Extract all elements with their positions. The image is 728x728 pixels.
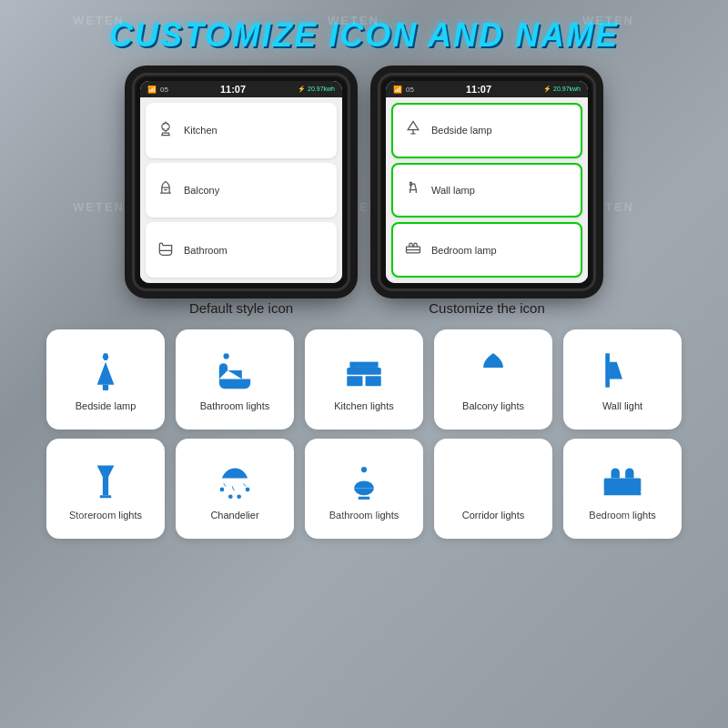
bedroom-lamp-button[interactable]: Bedroom lamp — [391, 222, 582, 278]
card-chandelier[interactable]: Chandelier — [176, 439, 294, 539]
bedroom-lights-card-label: Bedroom lights — [589, 510, 655, 521]
right-panel-wrapper: 📶 05 11:07 ⚡ 20.97kwh — [378, 73, 596, 316]
svg-rect-10 — [605, 353, 610, 388]
bedside-lamp-card-icon — [83, 348, 128, 393]
wall-light-card-icon — [600, 348, 645, 393]
balcony-icon — [155, 179, 177, 202]
svg-rect-5 — [347, 376, 362, 386]
page-title: CUSTOMIZE ICON AND NAME — [0, 16, 728, 55]
icons-row-1: Bedside lamp Bathroom lights — [18, 329, 710, 430]
bedroom-lamp-icon — [402, 238, 424, 261]
svg-rect-19 — [604, 478, 642, 492]
bathroom-lights-card-label: Bathroom lights — [200, 400, 269, 411]
bathroom-label: Bathroom — [184, 245, 228, 256]
wall-lamp-icon — [402, 179, 424, 202]
svg-point-15 — [237, 494, 241, 499]
balcony-lights-card-label: Balcony lights — [462, 400, 524, 411]
bathroom-lights-2-card-icon — [341, 457, 387, 502]
svg-rect-6 — [366, 376, 381, 386]
svg-rect-7 — [351, 363, 359, 368]
wall-light-card-label: Wall light — [602, 400, 642, 411]
card-bathroom-lights-2[interactable]: Bathroom lights — [305, 439, 423, 539]
right-panel-content: Bedside lamp Wall lamp — [386, 97, 588, 283]
bedside-lamp-label: Bedside lamp — [431, 125, 492, 136]
right-status-left: 📶 05 — [393, 86, 414, 94]
card-bedside-lamp[interactable]: Bedside lamp — [46, 329, 165, 430]
title-section: CUSTOMIZE ICON AND NAME — [0, 0, 728, 64]
svg-rect-11 — [100, 495, 112, 498]
left-panel-wrapper: 📶 05 11:07 ⚡ 20.97kwh — [132, 73, 350, 316]
svg-rect-2 — [103, 385, 108, 390]
left-time: 11:07 — [220, 84, 246, 95]
bathroom-button[interactable]: Bathroom — [146, 222, 337, 278]
right-signal-level: 05 — [406, 86, 414, 94]
kitchen-lights-card-icon — [341, 348, 387, 393]
left-status-left: 📶 05 — [147, 86, 168, 94]
card-bedroom-lights[interactable]: Bedroom lights — [563, 439, 682, 539]
bathroom-lights-2-card-label: Bathroom lights — [329, 510, 399, 521]
wall-lamp-button[interactable]: Wall lamp — [391, 163, 582, 218]
bathroom-icon — [155, 238, 177, 261]
svg-rect-17 — [479, 462, 507, 497]
svg-point-0 — [162, 123, 169, 130]
card-bathroom-lights[interactable]: Bathroom lights — [176, 329, 294, 430]
card-balcony-lights[interactable]: Balcony lights — [434, 329, 552, 430]
right-status-bar: 📶 05 11:07 ⚡ 20.97kwh — [386, 81, 588, 97]
balcony-button[interactable]: Balcony — [146, 163, 337, 218]
svg-point-14 — [228, 494, 233, 499]
svg-rect-4 — [347, 368, 381, 375]
left-panel-content: Kitchen Balcony — [140, 97, 342, 283]
panels-section: 📶 05 11:07 ⚡ 20.97kwh — [0, 64, 728, 325]
signal-level: 05 — [160, 86, 168, 94]
svg-rect-9 — [369, 363, 376, 368]
right-panel-inner: 📶 05 11:07 ⚡ 20.97kwh — [386, 81, 588, 283]
right-panel-label: Customize the icon — [429, 300, 545, 316]
card-storeroom-lights[interactable]: Storeroom lights — [46, 439, 165, 539]
bedside-lamp-icon — [402, 119, 424, 142]
left-panel-inner: 📶 05 11:07 ⚡ 20.97kwh — [140, 81, 342, 283]
card-corridor-lights[interactable]: Corridor lights — [434, 439, 552, 539]
storeroom-lights-card-icon — [83, 457, 128, 502]
kitchen-lights-card-label: Kitchen lights — [334, 400, 393, 411]
chandelier-card-icon — [212, 457, 258, 502]
right-wifi-icon: 📶 — [393, 86, 402, 94]
corridor-lights-card-label: Corridor lights — [462, 510, 524, 521]
svg-point-16 — [361, 467, 367, 472]
kitchen-button[interactable]: Kitchen — [146, 103, 337, 158]
bedroom-lights-card-icon — [600, 457, 645, 502]
balcony-lights-card-icon — [470, 348, 516, 393]
left-status-bar: 📶 05 11:07 ⚡ 20.97kwh — [140, 81, 342, 97]
right-smart-panel: 📶 05 11:07 ⚡ 20.97kwh — [378, 73, 596, 291]
left-energy: ⚡ 20.97kwh — [298, 86, 335, 93]
storeroom-lights-card-label: Storeroom lights — [69, 510, 142, 521]
card-wall-light[interactable]: Wall light — [563, 329, 682, 430]
left-smart-panel: 📶 05 11:07 ⚡ 20.97kwh — [132, 73, 350, 291]
right-time: 11:07 — [466, 84, 491, 95]
kitchen-icon — [155, 119, 177, 142]
icons-row-2: Storeroom lights Chandelier — [18, 439, 710, 539]
svg-rect-18 — [485, 462, 502, 497]
card-kitchen-lights[interactable]: Kitchen lights — [305, 329, 423, 430]
left-panel-label: Default style icon — [189, 300, 293, 316]
bedroom-lamp-label: Bedroom lamp — [431, 245, 497, 256]
right-energy: ⚡ 20.97kwh — [543, 86, 581, 93]
balcony-label: Balcony — [184, 185, 219, 196]
svg-rect-8 — [359, 363, 367, 368]
bathroom-lights-card-icon — [212, 348, 258, 393]
wall-lamp-label: Wall lamp — [431, 185, 475, 196]
bedside-lamp-card-label: Bedside lamp — [76, 400, 136, 411]
svg-point-13 — [246, 488, 250, 492]
corridor-lights-card-icon — [470, 457, 516, 502]
kitchen-label: Kitchen — [184, 125, 217, 136]
chandelier-card-label: Chandelier — [210, 510, 258, 521]
bedside-lamp-button[interactable]: Bedside lamp — [391, 103, 582, 158]
svg-point-12 — [220, 488, 225, 492]
wifi-icon: 📶 — [147, 86, 157, 94]
icons-grid-section: Bedside lamp Bathroom lights — [0, 325, 728, 539]
